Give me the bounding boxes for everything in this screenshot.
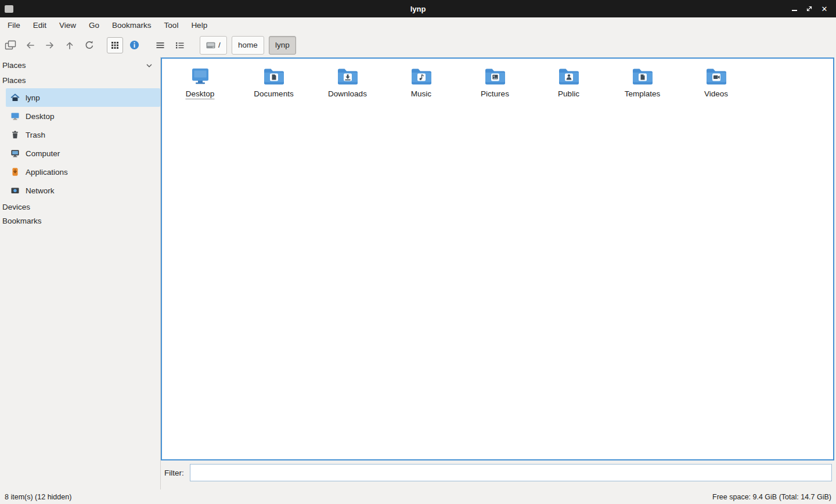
maximize-button[interactable] — [805, 4, 814, 13]
folder-templates[interactable]: Templates — [606, 65, 679, 99]
sidebar-item-label: Desktop — [26, 112, 55, 121]
folder-label: Downloads — [328, 89, 367, 99]
forward-button[interactable] — [41, 37, 59, 54]
refresh-icon — [84, 40, 95, 51]
folder-desktop[interactable]: Desktop — [163, 65, 237, 99]
path-root-label: / — [218, 41, 221, 49]
folder-downloads[interactable]: Downloads — [311, 65, 384, 99]
up-button[interactable] — [61, 37, 78, 54]
menubar: FileEditViewGoBookmarksToolHelp — [0, 17, 836, 33]
path-breadcrumb: / home lynp — [200, 36, 296, 55]
home-icon — [10, 93, 20, 102]
sidebar-item-network[interactable]: Network — [6, 181, 160, 200]
menu-help[interactable]: Help — [185, 17, 214, 33]
icon-view-button[interactable] — [107, 37, 123, 53]
desktop-folder-icon — [189, 67, 212, 87]
applications-icon — [10, 167, 20, 177]
minimize-icon — [792, 10, 797, 11]
menu-view[interactable]: View — [53, 17, 82, 33]
list-view-button[interactable] — [171, 37, 189, 54]
file-manager-window: lynp ✕ FileEditViewGoBookmarksToolHelp — [0, 0, 836, 504]
videos-folder-icon — [705, 67, 728, 87]
menu-button[interactable] — [152, 37, 169, 54]
folder-label: Desktop — [186, 89, 215, 99]
folder-label: Public — [558, 89, 579, 99]
folder-documents[interactable]: Documents — [237, 65, 311, 99]
places-list: lynpDesktopTrashComputerApplicationsNetw… — [0, 88, 160, 200]
folder-public[interactable]: Public — [532, 65, 606, 99]
up-arrow-icon — [64, 40, 75, 51]
folder-grid: DesktopDocumentsDownloadsMusicPicturesPu… — [162, 59, 833, 99]
main-column: DesktopDocumentsDownloadsMusicPicturesPu… — [161, 57, 836, 489]
templates-folder-icon — [631, 67, 654, 87]
folder-view[interactable]: DesktopDocumentsDownloadsMusicPicturesPu… — [161, 57, 834, 460]
sidebar-item-lynp[interactable]: lynp — [6, 88, 160, 107]
filter-label: Filter: — [164, 469, 184, 477]
status-item-count: 8 item(s) (12 hidden) — [5, 493, 71, 501]
menu-go[interactable]: Go — [82, 17, 106, 33]
sidebar-item-label: Computer — [26, 149, 60, 158]
folder-label: Documents — [254, 89, 293, 99]
sidebar-item-label: lynp — [26, 93, 40, 102]
sidebar-item-desktop[interactable]: Desktop — [6, 107, 160, 125]
sidebar-item-label: Trash — [26, 131, 45, 139]
maximize-icon — [806, 5, 813, 12]
hamburger-icon — [155, 40, 165, 51]
grid-view-icon — [110, 41, 120, 50]
public-folder-icon — [557, 67, 581, 87]
network-icon — [10, 186, 20, 195]
filter-input[interactable] — [190, 464, 832, 481]
new-tab-icon — [5, 40, 16, 51]
folder-videos[interactable]: Videos — [679, 65, 753, 99]
downloads-folder-icon — [336, 67, 359, 87]
titlebar: lynp ✕ — [0, 0, 836, 17]
sidebar-item-trash[interactable]: Trash — [6, 125, 160, 144]
music-folder-icon — [410, 67, 433, 87]
computer-icon — [10, 149, 20, 158]
forward-arrow-icon — [45, 40, 55, 51]
statusbar: 8 item(s) (12 hidden) Free space: 9.4 Gi… — [0, 489, 836, 504]
path-lynp-button[interactable]: lynp — [269, 36, 296, 55]
pictures-folder-icon — [484, 67, 507, 87]
folder-label: Templates — [625, 89, 661, 99]
minimize-button[interactable] — [790, 4, 799, 13]
folder-label: Music — [411, 89, 431, 99]
close-button[interactable]: ✕ — [820, 4, 829, 13]
path-home-button[interactable]: home — [232, 36, 264, 55]
path-root-button[interactable]: / — [200, 36, 227, 55]
menu-tool[interactable]: Tool — [158, 17, 185, 33]
folder-label: Pictures — [481, 89, 509, 99]
chevron-down-icon[interactable] — [146, 63, 153, 68]
window-controls: ✕ — [790, 4, 836, 13]
new-tab-button[interactable] — [2, 37, 19, 54]
refresh-button[interactable] — [81, 37, 98, 54]
info-button[interactable] — [125, 37, 143, 54]
documents-folder-icon — [262, 67, 286, 87]
content-area: Places Places lynpDesktopTrashComputerAp… — [0, 57, 836, 489]
drive-icon — [206, 42, 215, 49]
sidebar-section-bookmarks[interactable]: Bookmarks — [0, 214, 160, 228]
back-button[interactable] — [21, 37, 39, 54]
folder-pictures[interactable]: Pictures — [458, 65, 532, 99]
menu-file[interactable]: File — [1, 17, 27, 33]
sidebar: Places Places lynpDesktopTrashComputerAp… — [0, 57, 161, 489]
status-free-space: Free space: 9.4 GiB (Total: 14.7 GiB) — [712, 493, 831, 501]
places-panel-label: Places — [2, 61, 26, 70]
sidebar-section-devices[interactable]: Devices — [0, 200, 160, 214]
sidebar-item-label: Network — [26, 186, 55, 195]
menu-bookmarks[interactable]: Bookmarks — [106, 17, 158, 33]
sidebar-item-label: Applications — [26, 168, 68, 177]
sidebar-item-applications[interactable]: Applications — [6, 163, 160, 181]
toolbar: / home lynp — [0, 33, 836, 57]
places-panel-selector[interactable]: Places — [0, 58, 160, 73]
window-title: lynp — [0, 5, 836, 13]
places-section-title: Places — [0, 73, 160, 88]
info-icon — [129, 39, 140, 51]
menu-edit[interactable]: Edit — [27, 17, 53, 33]
back-arrow-icon — [25, 40, 35, 51]
list-view-icon — [175, 40, 185, 51]
sidebar-item-computer[interactable]: Computer — [6, 144, 160, 163]
folder-music[interactable]: Music — [384, 65, 458, 99]
filter-bar: Filter: — [161, 460, 836, 489]
desktop-icon — [10, 111, 20, 121]
